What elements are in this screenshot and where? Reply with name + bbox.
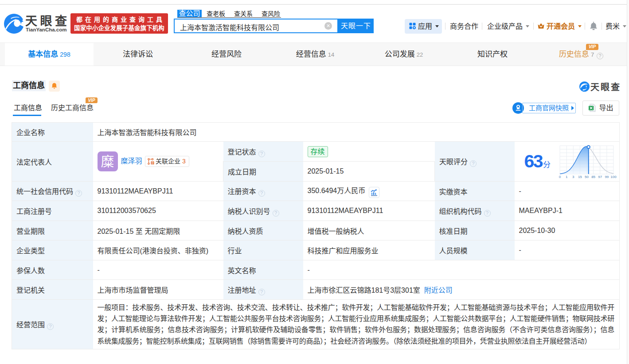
- svg-text:99: 99: [605, 175, 609, 179]
- svg-text:3: 3: [572, 175, 574, 179]
- svg-text:0: 0: [559, 175, 561, 179]
- svg-text:97: 97: [598, 175, 602, 179]
- svg-text:85: 85: [591, 175, 595, 179]
- svg-text:企: 企: [151, 161, 154, 164]
- svg-text:100: 100: [610, 175, 617, 179]
- svg-text:15: 15: [578, 175, 582, 179]
- svg-text:1: 1: [565, 175, 567, 179]
- svg-text:50: 50: [585, 175, 589, 179]
